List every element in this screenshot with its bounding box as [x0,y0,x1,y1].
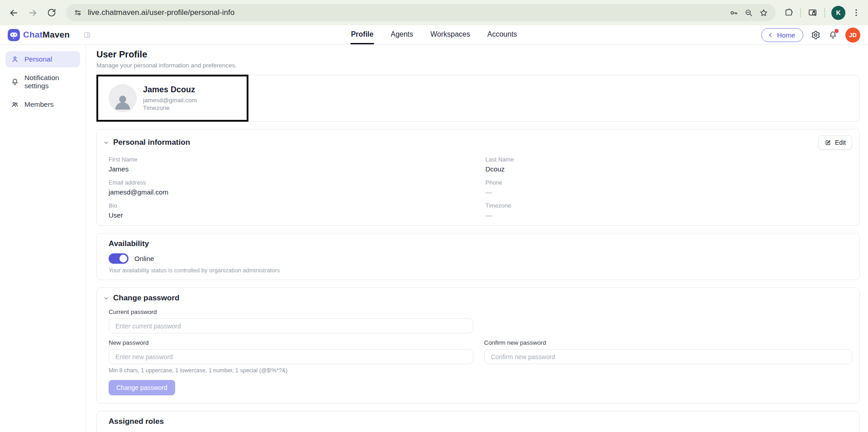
field-bio: Bio User [109,202,476,219]
section-title-assigned-roles: Assigned roles [103,417,852,426]
main-tabs: Profile Agents Workspaces Accounts [350,25,517,44]
confirm-password-input[interactable] [484,349,853,364]
confirm-password-group: Confirm new password [482,333,853,374]
sidebar: Personal Notification settings Members [0,45,86,432]
screen: live.chatmaven.ai/user-profile/personal-… [0,0,868,432]
section-title-availability: Availability [103,239,852,248]
toolbar-separator [824,8,825,18]
new-password-input[interactable] [109,349,473,364]
tab-agents[interactable]: Agents [390,25,414,44]
sidebar-item-personal[interactable]: Personal [5,51,80,67]
profile-name: James Dcouz [143,85,197,95]
page-subtitle: Manage your personal information and pre… [96,62,860,69]
availability-status-label: Online [134,255,154,262]
profile-timezone: Timezone [143,104,197,112]
field-phone: Phone — [486,179,853,196]
app-body: Personal Notification settings Members U… [0,45,868,432]
current-password-group: Current password [103,303,473,333]
pencil-icon [825,139,831,146]
section-title-personal-information: Personal information [113,138,190,147]
page-title: User Profile [96,49,860,60]
reload-icon [47,8,57,18]
edit-button-label: Edit [835,139,846,146]
chatmaven-logo-icon [8,29,20,41]
chevron-down-icon[interactable] [103,295,109,301]
section-title-change-password: Change password [113,294,179,303]
browser-menu-icon[interactable] [852,8,861,17]
field-email-address: Email address jamesd@gmail.com [109,179,476,196]
notifications-bell-icon[interactable] [828,30,838,40]
user-icon [11,55,19,63]
availability-toggle[interactable] [109,253,129,264]
current-password-label: Current password [103,309,473,315]
profile-avatar-placeholder [109,84,137,112]
user-avatar[interactable]: JD [845,28,860,43]
tab-accounts[interactable]: Accounts [487,25,518,44]
browser-back-button[interactable] [5,5,22,21]
toolbar-separator [800,8,801,18]
main-content: User Profile Manage your personal inform… [86,45,868,432]
current-password-input[interactable] [109,318,473,333]
site-settings-icon[interactable] [73,8,82,17]
settings-gear-icon[interactable] [811,30,820,40]
toggle-knob [119,255,127,262]
change-password-card: Change password Current password New pas… [96,287,860,404]
brand-name: ChatMaven [23,30,70,40]
browser-actions: K [782,6,863,20]
personal-info-fields: First Name James Last Name Dcouz Email a… [103,156,852,219]
field-timezone: Timezone — [486,202,853,219]
change-password-button[interactable]: Change password [109,380,175,395]
app-header: ChatMaven Profile Agents Workspaces Acco… [0,25,868,45]
password-requirements-hint: Min 8 chars, 1 uppercase, 1 lowercase, 1… [103,367,473,374]
browser-profile-avatar[interactable]: K [831,6,845,20]
sidebar-item-members[interactable]: Members [5,96,80,113]
profile-summary-card: James Dcouz jamesd@gmail.com Timezone [96,75,860,122]
home-button-label: Home [777,31,795,39]
password-key-icon[interactable] [729,8,739,18]
chevron-down-icon[interactable] [103,140,109,146]
profile-identity: James Dcouz jamesd@gmail.com Timezone [143,85,197,112]
users-icon [11,100,19,109]
screen-search-icon[interactable] [807,8,818,18]
bell-icon [11,78,19,86]
header-actions: Home JD [761,28,860,43]
edit-button[interactable]: Edit [818,135,852,150]
new-password-group: New password Min 8 chars, 1 uppercase, 1… [103,333,473,374]
field-first-name: First Name James [109,156,476,173]
profile-highlight-box: James Dcouz jamesd@gmail.com Timezone [96,75,248,122]
tab-workspaces[interactable]: Workspaces [430,25,471,44]
personal-information-card: Personal information Edit First Name Jam… [96,129,860,226]
arrow-left-icon [9,8,19,18]
sidebar-item-label: Notification settings [24,74,75,90]
extensions-icon[interactable] [784,8,794,18]
arrow-right-icon [28,8,38,18]
confirm-password-label: Confirm new password [482,339,853,346]
browser-toolbar: live.chatmaven.ai/user-profile/personal-… [0,0,868,25]
brand-logo[interactable]: ChatMaven [8,29,70,41]
profile-email: jamesd@gmail.com [143,96,197,104]
chevron-left-icon [768,32,773,38]
field-last-name: Last Name Dcouz [486,156,853,173]
url-text: live.chatmaven.ai/user-profile/personal-… [88,8,234,17]
home-button[interactable]: Home [761,28,803,42]
person-silhouette-icon [112,91,133,112]
assigned-roles-card: Assigned roles Account - Owner: James Dc… [96,411,860,432]
availability-hint: Your availability status is controlled b… [103,267,852,274]
tab-profile[interactable]: Profile [350,25,374,44]
browser-reload-button[interactable] [43,5,60,21]
browser-forward-button[interactable] [24,5,41,21]
sidebar-item-label: Members [24,100,54,109]
sidebar-collapse-icon[interactable] [83,31,91,39]
sidebar-item-label: Personal [24,55,52,63]
sidebar-item-notification-settings[interactable]: Notification settings [5,70,80,94]
new-password-label: New password [103,339,473,346]
availability-card: Availability Online Your availability st… [96,233,860,280]
bookmark-star-icon[interactable] [759,8,768,18]
address-bar[interactable]: live.chatmaven.ai/user-profile/personal-… [66,4,776,21]
notification-badge [835,29,839,33]
zoom-out-icon[interactable] [744,8,754,18]
